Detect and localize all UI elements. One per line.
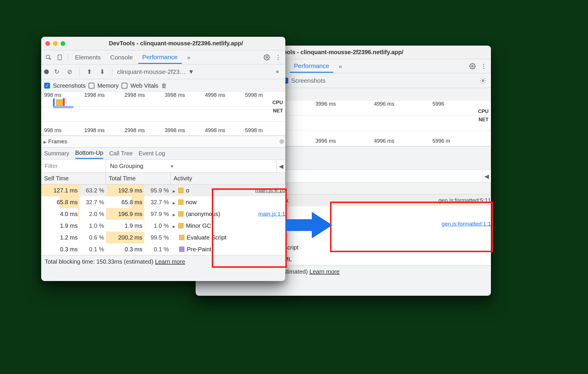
expand-icon[interactable] [173, 211, 176, 217]
grouping-label[interactable]: No Grouping [110, 163, 143, 169]
bl3: 4996 ms [374, 138, 432, 144]
filter-row: Filter No Grouping▼ ◀ [41, 160, 285, 173]
svg-point-0 [472, 65, 473, 67]
more-vert-icon[interactable]: ⋮ [273, 52, 283, 62]
devtools-window-front: DevTools - clinquant-mousse-2f2396.netli… [41, 37, 285, 281]
script-icon [178, 200, 184, 205]
tab-eventlog[interactable]: Event Log [139, 150, 165, 157]
source-link[interactable]: main.js:1:1 [258, 211, 285, 217]
window-title: DevTools - clinquant-mousse-2f2396.netli… [71, 40, 281, 47]
tl2: 3996 ms [316, 101, 374, 107]
tab-console[interactable]: Console [106, 53, 137, 62]
tab-bottomup[interactable]: Bottom-Up [75, 149, 104, 159]
expand-icon[interactable] [173, 199, 176, 206]
bottom-tabs: Summary Bottom-Up Call Tree Event Log [41, 147, 285, 160]
close-icon[interactable] [45, 41, 50, 46]
tab-summary[interactable]: Summary [44, 150, 69, 157]
filter-input[interactable]: Filter [41, 160, 106, 172]
gear-icon[interactable] [467, 61, 477, 71]
tab-elements[interactable]: Elements [71, 53, 105, 62]
chevron-down-icon[interactable]: ▼ [170, 164, 174, 169]
bl0: 998 ms [44, 127, 84, 134]
titlebar: DevTools - clinquant-mousse-2f2396.netli… [41, 37, 285, 50]
table-row[interactable]: 0.3 ms0.1 %0.3 ms0.1 %Pre-Paint [41, 243, 285, 255]
bl1: 1998 ms [84, 127, 125, 134]
bl2: 2998 ms [124, 127, 165, 134]
script-icon [178, 211, 184, 217]
bl3: 3998 ms [165, 127, 205, 134]
tl3: 3998 ms [165, 92, 205, 98]
gear-icon[interactable] [262, 52, 272, 62]
script-icon [179, 235, 184, 240]
col-activity[interactable]: Activity [171, 173, 285, 184]
scrollbar-thumb[interactable] [279, 139, 284, 144]
zoom-icon[interactable] [61, 41, 65, 46]
svg-point-1 [482, 80, 484, 82]
footer: Total blocking time: 150.33ms (estimated… [41, 255, 285, 268]
activity-name: Minor GC [186, 222, 211, 229]
tab-calltree[interactable]: Call Tree [109, 150, 133, 157]
screenshots-checkbox[interactable]: ✓ [44, 83, 50, 89]
memory-checkbox[interactable] [89, 83, 94, 89]
tab-more[interactable]: » [183, 53, 195, 62]
frames-label: Frames [48, 138, 67, 145]
tl1: 1998 ms [84, 92, 125, 98]
reload-icon[interactable]: ↻ [52, 67, 62, 77]
footer-text: Total blocking time: 150.33ms (estimated… [45, 258, 153, 265]
table-row[interactable]: 1.9 ms1.0 %1.9 ms1.0 %Minor GC [41, 220, 285, 232]
inspect-icon[interactable] [44, 52, 54, 62]
memory-label: Memory [97, 82, 119, 89]
overview[interactable]: 998 ms 1998 ms 2998 ms 3998 ms 4998 ms 5… [41, 92, 285, 147]
options: ✓ Screenshots Memory Web Vitals 🗑 [41, 79, 285, 92]
collapse-icon[interactable]: ◀ [482, 170, 491, 182]
tl2: 2998 ms [124, 92, 165, 98]
gear-icon[interactable] [272, 67, 282, 77]
activity-name: (anonymous) [186, 211, 220, 217]
col-activity[interactable]: Activity [263, 183, 491, 194]
screenshots-label: Screenshots [291, 77, 326, 84]
minimize-icon[interactable] [53, 41, 58, 46]
table-row[interactable]: 1.2 ms0.6 %200.2 ms99.5 %Evaluate Script [41, 232, 285, 243]
device-icon[interactable] [55, 52, 65, 62]
learn-more-link[interactable]: Learn more [155, 258, 185, 265]
table-row[interactable]: 127.1 ms63.2 %192.9 ms95.9 %omain.js:6:1… [41, 184, 285, 196]
net-label: NET [273, 108, 283, 114]
col-totaltime[interactable]: Total Time [106, 173, 171, 184]
frames-expander[interactable] [44, 138, 48, 145]
main-tabs: Elements Console Performance » ⋮ [41, 50, 285, 64]
bl2: 3996 ms [316, 138, 374, 144]
expand-icon[interactable] [173, 222, 176, 229]
more-vert-icon[interactable]: ⋮ [479, 61, 489, 71]
upload-icon[interactable]: ⬆ [84, 67, 94, 77]
tab-performance[interactable]: Performance [138, 52, 182, 64]
bl5: 5998 m [245, 127, 285, 134]
webvitals-checkbox[interactable] [121, 83, 127, 89]
source-link[interactable]: main.js:6:10 [255, 187, 285, 194]
svg-rect-3 [58, 55, 61, 60]
gear-icon[interactable] [478, 76, 488, 86]
svg-point-5 [276, 71, 278, 73]
net-label: NET [479, 117, 489, 123]
tl0: 998 ms [44, 92, 84, 98]
collapse-icon[interactable]: ◀ [276, 160, 285, 172]
record-button[interactable] [44, 69, 49, 74]
tab-performance[interactable]: Performance [290, 61, 333, 73]
source-link[interactable]: gen.js:formatted:5:11 [439, 197, 491, 204]
url-selector[interactable]: clinquant-mousse-2f23… ▼ [117, 68, 194, 75]
clear-icon[interactable]: ⊘ [65, 67, 75, 77]
download-icon[interactable]: ⬇ [97, 67, 107, 77]
learn-more-link[interactable]: Learn more [309, 268, 339, 275]
table-row[interactable]: 4.0 ms2.0 %196.9 ms97.9 %(anonymous)main… [41, 208, 285, 220]
screenshots-label: Screenshots [53, 82, 86, 89]
cpu-label: CPU [272, 100, 283, 106]
tab-more[interactable]: » [334, 61, 346, 71]
col-selftime[interactable]: Self Time [41, 173, 106, 184]
expand-icon[interactable] [173, 187, 176, 194]
source-link[interactable]: gen.js:formatted:1:1 [442, 221, 491, 227]
arrow-icon [285, 212, 332, 238]
trash-icon[interactable]: 🗑 [161, 82, 167, 89]
activity-name: Evaluate Script [187, 234, 226, 241]
tl5: 5998 m [245, 92, 285, 98]
script-icon [179, 247, 184, 252]
table-row[interactable]: 65.8 ms32.7 %65.8 ms32.7 %now [41, 196, 285, 208]
